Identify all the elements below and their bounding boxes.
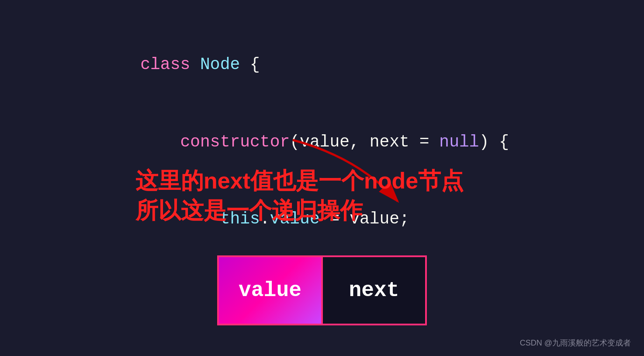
- class-name: Node: [190, 55, 240, 74]
- node-value-cell: value: [219, 257, 321, 324]
- params-close: ) {: [479, 133, 509, 151]
- node-next-cell: next: [321, 257, 425, 324]
- null-val: null: [439, 133, 479, 151]
- watermark: CSDN @九雨溪般的艺术变成者: [520, 338, 631, 348]
- node-diagram: value next: [217, 255, 427, 325]
- keyword-constructor: constructor: [140, 133, 290, 151]
- annotation-line-2: 所以这是一个递归操作: [135, 196, 464, 226]
- annotation-text: 这里的next值也是一个node节点 所以这是一个递归操作: [135, 166, 464, 225]
- node-next-label: next: [349, 279, 399, 302]
- node-value-label: value: [239, 279, 301, 302]
- open-brace-1: {: [240, 55, 260, 74]
- keyword-class: class: [140, 55, 190, 74]
- annotation-line-1: 这里的next值也是一个node节点: [135, 166, 464, 196]
- code-line-5: }: [100, 335, 509, 356]
- code-line-1: class Node {: [100, 26, 509, 104]
